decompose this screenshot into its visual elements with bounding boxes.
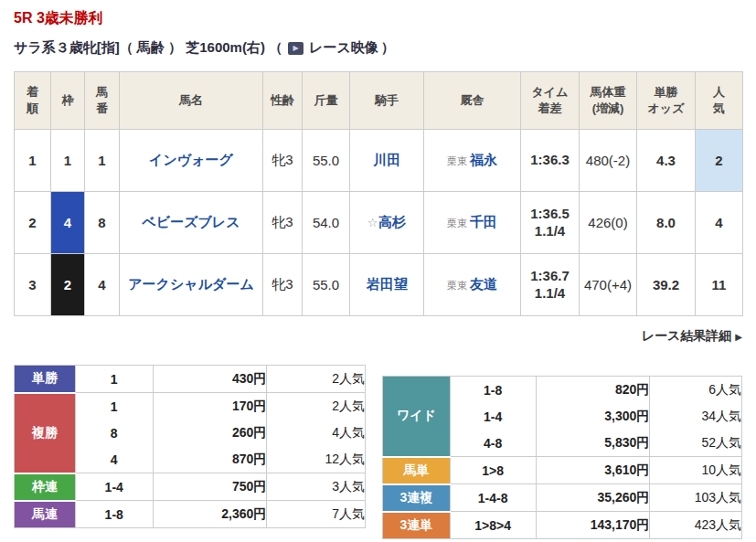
bet-type-quinella: 馬連 bbox=[15, 501, 76, 528]
bet-popularity: 34人気 bbox=[650, 403, 742, 430]
bet-popularity: 3人気 bbox=[267, 473, 366, 501]
bet-combo: 1 bbox=[75, 393, 153, 420]
win-odds: 39.2 bbox=[637, 254, 696, 316]
jockey-cell: 川田 bbox=[350, 130, 424, 192]
bet-amount: 170円 bbox=[153, 393, 267, 420]
col-header-weight: 斤量 bbox=[303, 72, 350, 130]
sex-age: 牝3 bbox=[263, 192, 303, 254]
finish-position: 3 bbox=[15, 254, 51, 316]
bet-amount: 430円 bbox=[153, 366, 267, 393]
horse-number: 1 bbox=[85, 130, 120, 192]
race-detail-link[interactable]: レース結果詳細▶ bbox=[642, 328, 742, 343]
time-margin: 1:36.3 bbox=[521, 130, 580, 192]
trainer-link[interactable]: 千田 bbox=[470, 214, 497, 229]
chevron-right-icon: ▶ bbox=[735, 332, 742, 342]
sex-age: 牝3 bbox=[263, 130, 303, 192]
popularity: 11 bbox=[696, 254, 743, 316]
training-center: 栗東 bbox=[447, 280, 467, 291]
bet-popularity: 6人気 bbox=[650, 377, 742, 404]
bet-popularity: 4人気 bbox=[267, 420, 366, 446]
race-video-link[interactable]: レース映像 bbox=[309, 39, 378, 57]
bet-popularity: 10人気 bbox=[650, 457, 742, 484]
payout-row: ワイド 1-8 820円 6人気 bbox=[383, 377, 742, 404]
jockey-link[interactable]: 岩田望 bbox=[367, 276, 408, 292]
page-title: 5R 3歳未勝利 bbox=[14, 9, 742, 28]
jockey-link[interactable]: 川田 bbox=[374, 152, 401, 167]
horse-name-link[interactable]: アークシャルダーム bbox=[128, 276, 253, 292]
bet-type-win: 単勝 bbox=[15, 366, 76, 393]
finish-position: 1 bbox=[15, 130, 51, 192]
results-header-row: 着 順 枠 馬 番 馬名 性齢 斤量 騎手 厩舎 タイム 着差 馬体重 (増減)… bbox=[15, 72, 743, 130]
horse-weight: 426(0) bbox=[580, 192, 637, 254]
bet-popularity: 423人気 bbox=[650, 512, 742, 539]
apprentice-mark: ☆ bbox=[367, 216, 378, 229]
horse-name-link[interactable]: ベビーズブレス bbox=[142, 214, 240, 229]
bet-amount: 5,830円 bbox=[536, 430, 650, 457]
trainer-link[interactable]: 友道 bbox=[470, 276, 497, 292]
race-detail-label: レース結果詳細 bbox=[642, 328, 732, 343]
frame-badge: 2 bbox=[51, 254, 85, 316]
payout-row: 馬連 1-8 2,360円 7人気 bbox=[15, 501, 366, 528]
carried-weight: 55.0 bbox=[303, 254, 350, 316]
payout-row: 3連複 1-4-8 35,260円 103人気 bbox=[383, 484, 742, 512]
col-header-horse-weight: 馬体重 (増減) bbox=[580, 72, 637, 130]
stable-cell: 栗東友道 bbox=[424, 254, 521, 316]
bet-combo: 4-8 bbox=[450, 430, 536, 457]
horse-weight: 470(+4) bbox=[580, 254, 637, 316]
bet-combo: 1-4 bbox=[450, 403, 536, 430]
bet-popularity: 12人気 bbox=[267, 446, 366, 473]
horse-name-link[interactable]: インヴォーグ bbox=[149, 152, 233, 167]
bet-popularity: 52人気 bbox=[650, 430, 742, 457]
bet-amount: 3,300円 bbox=[536, 403, 650, 430]
race-result-page: 5R 3歳未勝利 サラ系３歳牝[指]（ 馬齢 ） 芝1600m(右) （ ▶ レ… bbox=[0, 0, 756, 542]
jockey-cell: ☆高杉 bbox=[350, 192, 424, 254]
col-header-sex-age: 性齢 bbox=[263, 72, 303, 130]
bet-combo: 1-4-8 bbox=[450, 484, 536, 512]
bet-combo: 1>8 bbox=[450, 457, 536, 484]
bet-combo: 1-4 bbox=[75, 473, 153, 501]
bet-amount: 260円 bbox=[153, 420, 267, 446]
col-header-stable: 厩舎 bbox=[424, 72, 521, 130]
bet-combo: 1>8>4 bbox=[450, 512, 536, 539]
col-header-win-odds: 単勝 オッズ bbox=[637, 72, 696, 130]
popularity: 4 bbox=[696, 192, 743, 254]
race-video-icon[interactable]: ▶ bbox=[288, 42, 303, 55]
horse-name-cell: ベビーズブレス bbox=[120, 192, 263, 254]
bet-type-wide: ワイド bbox=[383, 377, 451, 457]
col-header-time-margin: タイム 着差 bbox=[521, 72, 580, 130]
bet-amount: 143,170円 bbox=[536, 512, 650, 539]
payout-row: 枠連 1-4 750円 3人気 bbox=[15, 473, 366, 501]
bet-amount: 2,360円 bbox=[153, 501, 267, 528]
carried-weight: 55.0 bbox=[303, 130, 350, 192]
payout-section: 単勝 1 430円 2人気 複勝 1 170円 2人気 8 260円 4人気 bbox=[14, 365, 742, 539]
frame-badge: 1 bbox=[51, 130, 85, 192]
bet-type-exacta: 馬単 bbox=[383, 457, 451, 484]
race-conditions-close-paren: ） bbox=[381, 39, 395, 57]
bet-amount: 35,260円 bbox=[536, 484, 650, 512]
bet-combo: 1-8 bbox=[75, 501, 153, 528]
stable-cell: 栗東福永 bbox=[424, 130, 521, 192]
stable-cell: 栗東千田 bbox=[424, 192, 521, 254]
win-odds: 8.0 bbox=[637, 192, 696, 254]
time-margin: 1:36.5 1.1/4 bbox=[521, 192, 580, 254]
bet-popularity: 103人気 bbox=[650, 484, 742, 512]
bet-popularity: 2人気 bbox=[267, 393, 366, 420]
trainer-link[interactable]: 福永 bbox=[470, 152, 497, 167]
jockey-link[interactable]: 高杉 bbox=[378, 214, 406, 229]
bet-amount: 750円 bbox=[153, 473, 267, 501]
bet-combo: 4 bbox=[75, 446, 153, 473]
race-results-table: 着 順 枠 馬 番 馬名 性齢 斤量 騎手 厩舎 タイム 着差 馬体重 (増減)… bbox=[14, 71, 743, 316]
time-margin: 1:36.7 1.1/4 bbox=[521, 254, 580, 316]
col-header-horse-name: 馬名 bbox=[120, 72, 263, 130]
payout-table-right: ワイド 1-8 820円 6人気 1-4 3,300円 34人気 4-8 5,8… bbox=[382, 376, 742, 539]
horse-number: 8 bbox=[85, 192, 120, 254]
payout-row: 馬単 1>8 3,610円 10人気 bbox=[383, 457, 742, 484]
horse-weight: 480(-2) bbox=[580, 130, 637, 192]
col-header-finish-position: 着 順 bbox=[15, 72, 51, 130]
sex-age: 牝3 bbox=[263, 254, 303, 316]
bet-amount: 820円 bbox=[536, 377, 650, 404]
bet-popularity: 7人気 bbox=[267, 501, 366, 528]
horse-name-cell: インヴォーグ bbox=[120, 130, 263, 192]
bet-combo: 1-8 bbox=[450, 377, 536, 404]
col-header-jockey: 騎手 bbox=[350, 72, 424, 130]
